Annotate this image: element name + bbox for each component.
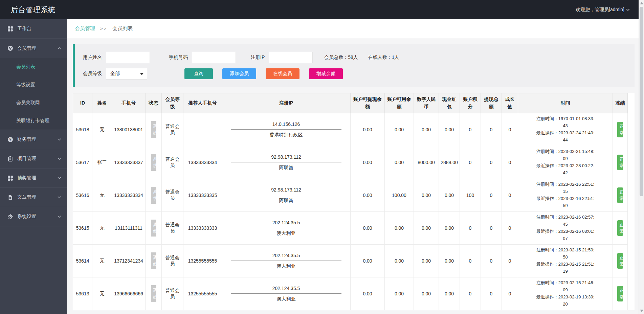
member-level-select[interactable]: 全部 — [106, 68, 147, 80]
account-points-cell: 100 — [460, 179, 481, 212]
time-cell: 注册时间：2023-02-15 21:46:09最近操作：2023-02-19 … — [518, 277, 613, 310]
referrer-phone-cell — [183, 113, 222, 146]
column-header: ID — [73, 93, 92, 113]
sidebar-item-label: 系统设置 — [17, 214, 36, 220]
time-cell: 注册时间：1970-01-01 08:33:43最近操作：2023-02-24 … — [518, 113, 613, 146]
freeze-status-button[interactable]: 正常 — [617, 220, 623, 236]
chevron-down-icon — [58, 215, 61, 218]
filter-row-2: 会员等级 全部 查询 添加会员 在线会员 增减余额 — [83, 68, 635, 80]
freeze-status-button[interactable]: 正常 — [617, 253, 623, 269]
finance-icon: ¥ — [7, 137, 13, 142]
ip-region: 香港特别行政区 — [223, 130, 349, 138]
sidebar-subitem-label: 会员关联网 — [16, 100, 40, 106]
sidebar-subitem-关联银行卡管理[interactable]: 关联银行卡管理 — [0, 112, 67, 130]
withdrawable-balance-cell: 0.00 — [351, 113, 385, 146]
sidebar-subitem-等级设置[interactable]: 等级设置 — [0, 76, 67, 94]
scrollbar-down-arrow-icon[interactable] — [640, 310, 643, 312]
sidebar-item-finance[interactable]: ¥ 财务管理 — [0, 130, 67, 149]
level-cell: 普通会员 — [162, 113, 183, 146]
cash-red-packet-cell: 0.00 — [439, 212, 460, 245]
offline-status-badge: 离线 — [151, 252, 156, 269]
table-row: 53617张三13333333337离线普通会员1333333333492.98… — [73, 146, 628, 179]
id-cell: 53614 — [73, 245, 92, 277]
sidebar-item-workbench[interactable]: 工作台 — [0, 19, 67, 39]
growth-value-cell: 0 — [502, 277, 518, 310]
chevron-down-icon — [58, 177, 61, 179]
ip-region: 澳大利亚 — [223, 261, 349, 269]
register-time: 注册时间：2023-02-21 15:48:09 — [535, 148, 596, 162]
username-input[interactable] — [106, 52, 150, 63]
username-label: 用户姓名 — [83, 54, 102, 61]
name-cell: 无 — [92, 179, 112, 212]
phone-input[interactable] — [192, 52, 236, 63]
register-time: 注册时间：2023-02-15 21:46:09 — [535, 279, 596, 294]
sidebar-subitem-label: 等级设置 — [16, 82, 35, 88]
available-balance-cell: 0.00 — [385, 212, 414, 245]
status-cell: 离线 — [146, 146, 162, 179]
lottery-grid-icon — [7, 175, 13, 181]
column-header: 手机号 — [112, 93, 146, 113]
breadcrumb-separator: >> — [100, 26, 107, 31]
content: 用户姓名 手机号码 注册IP 会员总数：58人 在线人数：1人 会员等级 全部 … — [67, 38, 639, 310]
sidebar-item-member-management[interactable]: 会员管理 — [0, 39, 67, 58]
filter-panel: 用户姓名 手机号码 注册IP 会员总数：58人 在线人数：1人 会员等级 全部 … — [73, 44, 635, 87]
cash-red-packet-cell: 0.00 — [439, 179, 460, 212]
ip-address: 202.124.35.5 — [231, 286, 341, 294]
member-icon — [7, 45, 13, 51]
column-header: 账户积分 — [460, 93, 481, 113]
online-member-button[interactable]: 在线会员 — [266, 68, 299, 79]
scrollbar-up-arrow-icon[interactable] — [640, 2, 643, 4]
scrollbar-thumb[interactable] — [640, 7, 643, 196]
withdrawable-balance-cell: 0.00 — [351, 277, 385, 310]
phone-cell: 13712341234 — [112, 245, 146, 277]
select-caret-icon — [140, 73, 143, 75]
sidebar-item-settings[interactable]: 系统设置 — [0, 207, 67, 226]
chevron-down-icon — [626, 8, 630, 11]
adjust-balance-button[interactable]: 增减余额 — [309, 68, 343, 79]
last-operation-time: 最近操作：2023-02-28 00:22:42 — [535, 162, 596, 177]
phone-cell: 13966666666 — [112, 277, 146, 310]
freeze-status-button[interactable]: 正常 — [617, 155, 623, 170]
user-menu[interactable]: 欢迎您，管理员[admin] — [576, 7, 630, 13]
vertical-scrollbar[interactable] — [639, 0, 644, 314]
sidebar-item-label: 抽奖管理 — [17, 175, 36, 181]
account-points-cell: 0 — [460, 113, 481, 146]
sidebar-subitem-会员列表[interactable]: 会员列表 — [0, 58, 67, 76]
query-button[interactable]: 查询 — [184, 68, 213, 79]
ip-region: 阿联酋 — [223, 195, 349, 204]
total-members-stat: 会员总数：58人 — [324, 54, 358, 61]
column-header: 会员等级 — [162, 93, 183, 113]
register-ip-cell: 202.124.35.5澳大利亚 — [222, 212, 351, 245]
freeze-status-button[interactable]: 正常 — [617, 122, 623, 137]
last-operation-time: 最近操作：2023-02-24 21:40:44 — [535, 130, 596, 144]
account-points-cell: 0 — [460, 146, 481, 179]
table-row: 53615无13113111311离线普通会员13333333333202.12… — [73, 212, 628, 245]
digital-rmb-cell: 0.00 — [414, 277, 439, 310]
sidebar-item-label: 财务管理 — [17, 136, 36, 142]
add-member-button[interactable]: 添加会员 — [222, 68, 256, 79]
freeze-action-cell: 正常 — [613, 179, 628, 212]
sidebar-subitem-会员关联网[interactable]: 会员关联网 — [0, 94, 67, 112]
table-row: 53616无13333333334离线普通会员1333333333592.98.… — [73, 179, 628, 212]
digital-rmb-cell: 0.00 — [414, 113, 439, 146]
freeze-status-button[interactable]: 正常 — [617, 286, 623, 301]
freeze-status-button[interactable]: 正常 — [617, 187, 623, 203]
register-ip-input[interactable] — [269, 52, 313, 63]
freeze-action-cell: 正常 — [613, 277, 628, 310]
withdrawable-balance-cell: 0.00 — [351, 179, 385, 212]
sidebar-item-lottery[interactable]: 抽奖管理 — [0, 169, 67, 188]
available-balance-cell: 0.00 — [385, 277, 414, 310]
app-title: 后台管理系统 — [11, 5, 55, 15]
ip-region: 澳大利亚 — [223, 228, 349, 237]
withdrawable-balance-cell: 0.00 — [351, 245, 385, 277]
welcome-text: 欢迎您，管理员[admin] — [576, 7, 624, 13]
ip-region: 澳大利亚 — [223, 294, 349, 302]
member-level-selected-value: 全部 — [110, 71, 120, 77]
available-balance-cell: 0.00 — [385, 113, 414, 146]
sidebar-item-article[interactable]: 文章管理 — [0, 188, 67, 207]
sidebar-item-project[interactable]: 项目管理 — [0, 149, 67, 169]
chevron-down-icon — [58, 157, 61, 160]
cash-red-packet-cell: 0.00 — [439, 113, 460, 146]
breadcrumb-section-link[interactable]: 会员管理 — [75, 25, 95, 32]
cash-red-packet-cell: 0.00 — [439, 277, 460, 310]
